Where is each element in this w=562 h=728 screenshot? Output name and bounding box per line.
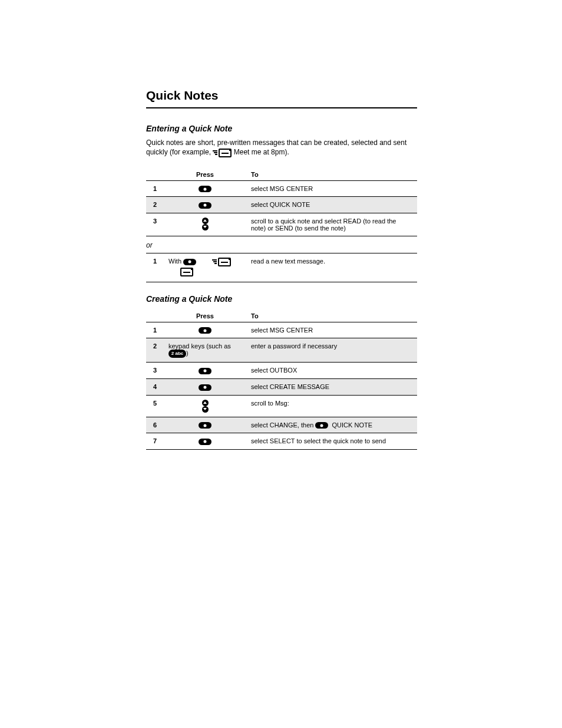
- updown-icon: [202, 400, 209, 413]
- ok-button-icon: [199, 186, 211, 192]
- ok-button-icon: [199, 368, 211, 374]
- steps-table-1: Press To 1 select MSG CENTER 2 select QU…: [146, 167, 417, 236]
- message-icon: [212, 258, 231, 266]
- table-row: 5 scroll up or down scroll to Msg:: [146, 395, 417, 417]
- col-press: Press: [164, 167, 246, 181]
- subheading-creating: Creating a Quick Note: [146, 294, 417, 304]
- or-table: 1 With flashing, press read a new text m…: [146, 253, 417, 282]
- menu-key: QUICK NOTE: [332, 421, 372, 429]
- title-rule: [146, 107, 417, 108]
- ok-button-icon: [199, 384, 211, 391]
- or-label: or: [146, 241, 417, 249]
- menu-key: OUTBOX: [270, 367, 297, 374]
- subheading-entering: Entering a Quick Note: [146, 124, 417, 133]
- menu-key: CHANGE: [270, 421, 297, 429]
- steps-table-2: Press To 1 select MSG CENTER 2 keypad ke…: [146, 308, 417, 450]
- menu-key: READ: [343, 218, 363, 225]
- menu-key: QUICK NOTE: [270, 201, 310, 208]
- menu-key: MSG CENTER: [270, 327, 313, 334]
- intro-paragraph: Quick notes are short, pre-written messa…: [146, 138, 417, 157]
- ok-button-icon: [199, 439, 211, 445]
- keypad-2-icon: 2 abc: [168, 350, 186, 358]
- menu-key: CREATE MESSAGE: [270, 383, 329, 390]
- col-to: To: [246, 167, 417, 181]
- menu-key: SELECT: [270, 437, 295, 444]
- ok-button-icon: [199, 422, 211, 429]
- page-number: 61: [401, 91, 417, 108]
- message-icon: [213, 149, 232, 157]
- table-row: 2 select QUICK NOTE: [146, 197, 417, 213]
- ok-button-icon: [183, 259, 196, 265]
- message-box-icon: [180, 268, 193, 276]
- table-row: 7 select SELECT to select the quick note…: [146, 433, 417, 450]
- intro-text-after: Meet me at 8pm).: [234, 148, 289, 156]
- ok-button-icon: [315, 422, 328, 429]
- updown-icon: [202, 218, 209, 230]
- ok-button-icon: [199, 327, 211, 334]
- page-content: Quick Notes Entering a Quick Note Quick …: [146, 88, 417, 462]
- menu-key: MSG CENTER: [270, 185, 313, 192]
- table-row: 2 keypad keys (such as ) keypad keys (su…: [146, 338, 417, 363]
- table-row: 4 select CREATE MESSAGE: [146, 378, 417, 395]
- table-row: 6 select CHANGE, then QUICK NOTE: [146, 417, 417, 433]
- table-row: 1 select MSG CENTER: [146, 322, 417, 338]
- table-row: 3 select OUTBOX: [146, 363, 417, 379]
- table-row: 1 select MSG CENTER: [146, 180, 417, 197]
- section-label: Messages: [59, 91, 127, 108]
- col-press: Press: [164, 308, 246, 322]
- ok-button-icon: [199, 202, 211, 209]
- page-title: Quick Notes: [146, 88, 417, 103]
- table-row: 1 With flashing, press read a new text m…: [146, 253, 417, 282]
- table-row: 3 scroll to a quick note and select READ…: [146, 213, 417, 236]
- col-to: To: [246, 308, 417, 322]
